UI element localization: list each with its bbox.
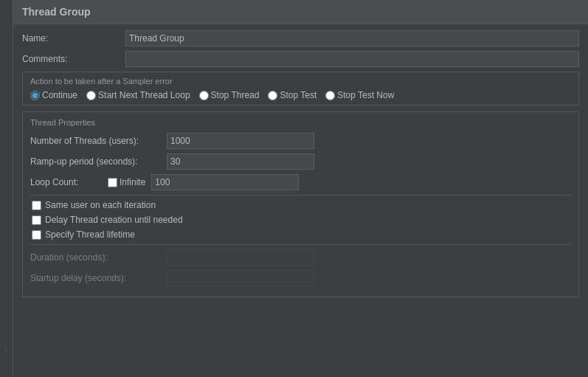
panel-title: Thread Group	[13, 0, 588, 24]
delay-thread-checkbox[interactable]	[32, 215, 41, 225]
radio-stop-test[interactable]	[268, 91, 277, 100]
startup-delay-row: Startup delay (seconds):	[30, 270, 571, 286]
sidebar-dots: ⋮	[2, 347, 10, 355]
num-threads-input[interactable]	[167, 133, 314, 149]
same-user-row[interactable]: Same user on each iteration	[30, 200, 571, 210]
comments-label: Comments:	[22, 54, 125, 64]
radio-stop-test-now-label[interactable]: Stop Test Now	[337, 90, 394, 100]
specify-lifetime-label[interactable]: Specify Thread lifetime	[45, 229, 135, 240]
infinite-label[interactable]: Infinite	[120, 177, 145, 187]
comments-row: Comments:	[22, 51, 579, 67]
comments-input[interactable]	[125, 51, 579, 67]
same-user-checkbox[interactable]	[32, 201, 41, 210]
thread-properties-title: Thread Properties	[30, 118, 571, 127]
divider-2	[30, 244, 571, 245]
same-user-label[interactable]: Same user on each iteration	[45, 200, 156, 210]
radio-stop-test-label[interactable]: Stop Test	[280, 90, 317, 100]
radio-start-next-thread-loop[interactable]	[86, 91, 96, 100]
radio-stop-thread[interactable]	[199, 91, 209, 100]
radio-stop-test-now[interactable]	[325, 91, 335, 100]
ramp-up-label: Ramp-up period (seconds):	[30, 156, 167, 167]
loop-infinite-checkbox-group[interactable]: Infinite	[108, 177, 145, 187]
duration-label: Duration (seconds):	[30, 252, 167, 263]
radio-item-continue[interactable]: Continue	[30, 90, 77, 100]
ramp-up-row: Ramp-up period (seconds):	[30, 153, 571, 170]
sampler-error-title: Action to be taken after a Sampler error	[30, 77, 571, 86]
delay-thread-label[interactable]: Delay Thread creation until needed	[45, 215, 183, 225]
delay-thread-row[interactable]: Delay Thread creation until needed	[30, 215, 571, 225]
radio-item-stop-thread[interactable]: Stop Thread	[199, 90, 260, 100]
radio-start-next-thread-loop-label[interactable]: Start Next Thread Loop	[98, 90, 190, 100]
name-label: Name:	[22, 33, 125, 44]
startup-delay-label: Startup delay (seconds):	[30, 273, 167, 283]
divider-1	[30, 195, 571, 196]
sampler-error-radio-group: Continue Start Next Thread Loop Stop Thr…	[30, 90, 571, 100]
name-row: Name:	[22, 30, 579, 46]
radio-stop-thread-label[interactable]: Stop Thread	[211, 90, 260, 100]
main-panel: Thread Group Name: Comments: Action to b…	[13, 0, 588, 377]
name-input[interactable]	[125, 30, 579, 46]
left-sidebar: ⋮	[0, 0, 13, 377]
loop-count-label: Loop Count:	[30, 177, 108, 187]
radio-continue-label[interactable]: Continue	[42, 90, 77, 100]
loop-count-input[interactable]	[151, 174, 299, 190]
specify-lifetime-checkbox[interactable]	[32, 230, 41, 240]
radio-continue[interactable]	[30, 91, 40, 100]
startup-delay-input	[167, 270, 314, 286]
num-threads-label: Number of Threads (users):	[30, 136, 167, 146]
sampler-error-section: Action to be taken after a Sampler error…	[22, 72, 579, 106]
panel-content: Name: Comments: Action to be taken after…	[13, 24, 588, 377]
thread-properties-section: Thread Properties Number of Threads (use…	[22, 111, 579, 297]
specify-lifetime-row[interactable]: Specify Thread lifetime	[30, 229, 571, 240]
duration-input	[167, 249, 314, 266]
loop-count-row: Loop Count: Infinite	[30, 174, 571, 190]
radio-item-start-next-thread-loop[interactable]: Start Next Thread Loop	[86, 90, 190, 100]
infinite-checkbox[interactable]	[108, 178, 117, 187]
num-threads-row: Number of Threads (users):	[30, 133, 571, 149]
radio-item-stop-test-now[interactable]: Stop Test Now	[325, 90, 394, 100]
ramp-up-input[interactable]	[167, 153, 314, 170]
duration-row: Duration (seconds):	[30, 249, 571, 266]
radio-item-stop-test[interactable]: Stop Test	[268, 90, 317, 100]
